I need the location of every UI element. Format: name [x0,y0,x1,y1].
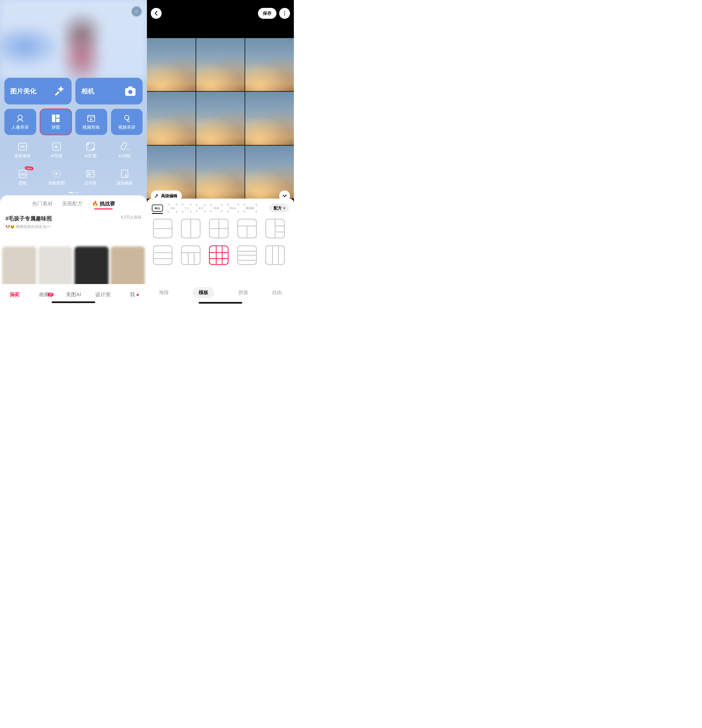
video-beauty-icon [122,114,131,123]
nav-studio[interactable]: 设计室 [88,291,117,298]
cutout-icon [51,169,62,179]
svg-point-18 [53,170,61,178]
topic-count: 5.2万人在玩 [121,215,142,220]
template-4h[interactable] [237,246,257,265]
hd-restore-button[interactable]: HD 画质修复 [6,142,39,159]
home-indicator [199,302,242,303]
challenge-topic[interactable]: #毛孩子专属趣味照 5.2万人在玩 🐶🐱晒晒我家的捣蛋鬼>> [0,207,147,229]
collage-canvas[interactable] [147,38,294,199]
topic-title: #毛孩子专属趣味照 [6,215,52,221]
save-label: 保存 [263,11,272,16]
id-photo-button[interactable]: 证件照 [74,169,107,186]
ai-portrait-button[interactable]: AI写真 [39,142,74,159]
collage-cell[interactable] [196,92,245,145]
template-panel: ALL 3:4 1:1 4:3 16:9 FULL MORE 配方 [147,199,294,305]
tab-hot[interactable]: 热门素材 [32,200,53,207]
ai-expand-icon: AI [85,142,96,152]
nav-me-dot [137,294,139,296]
nav-gallery-badge: 20 [48,293,53,296]
beautify-button[interactable]: 图片美化 [4,78,72,104]
mode-template[interactable]: 模板 [193,287,214,298]
collage-cell[interactable] [147,38,196,91]
chevron-right-icon [283,207,286,209]
ai-erase-button[interactable]: AI AI消除 [107,142,142,159]
template-2h[interactable] [153,219,172,238]
nav-me[interactable]: 我 [117,291,147,298]
collage-grid-3x3 [147,38,294,199]
ratio-3-4[interactable]: 3:4 [168,204,177,212]
svg-point-24 [284,14,285,16]
camera-icon [124,85,137,97]
mode-free[interactable]: 自由 [272,289,282,296]
wallpaper-icon: New [17,169,28,179]
mini-label: AI消除 [118,153,130,159]
profile-avatar[interactable] [132,7,142,16]
collage-cell[interactable] [196,38,245,91]
tab-recipe[interactable]: 美图配方 [62,200,83,207]
template-top-3bottom[interactable] [181,246,201,265]
template-3x3-selected[interactable] [209,246,228,265]
ratio-1-1[interactable]: 1:1 [182,204,191,212]
video-beauty-button[interactable]: 视频美容 [111,109,143,135]
svg-point-22 [284,11,285,12]
template-3h[interactable] [153,246,172,265]
template-2v[interactable] [181,219,201,238]
svg-rect-15 [121,142,127,150]
portrait-beauty-button[interactable]: 人像美容 [4,109,36,135]
template-2x2[interactable] [209,219,228,238]
svg-point-2 [128,90,132,94]
collage-editor: 保存 高级编辑 ALL 3:4 1:1 4:3 [147,0,294,305]
ratio-more[interactable]: MORE [244,204,257,212]
topic-subtitle: 晒晒我家的捣蛋鬼>> [16,224,51,229]
wallpaper-button[interactable]: New 壁纸 [6,169,39,186]
tool-label: 人像美容 [12,124,29,130]
mini-label: 智能抠图 [48,181,65,186]
video-edit-button[interactable]: 视频剪辑 [75,109,107,135]
nav-home[interactable]: 首页 [0,291,29,298]
ratio-16-9[interactable]: 16:9 [210,205,222,212]
svg-rect-3 [128,87,132,89]
nav-me-label: 我 [130,292,135,298]
more-button[interactable] [279,8,290,19]
template-grid [151,219,290,265]
nav-gallery[interactable]: 画廊 20 [29,291,59,298]
ai-portrait-icon [51,142,62,152]
ratio-full[interactable]: FULL [227,204,238,212]
save-button[interactable]: 保存 [258,8,276,19]
template-top-2bottom[interactable] [237,219,257,238]
mini-label: 证件照 [84,181,97,186]
id-photo-icon [85,169,96,179]
magic-wand-icon [154,194,159,198]
mini-label: AI写真 [51,153,62,159]
back-button[interactable] [151,8,162,19]
mode-row: 海报 模板 拼接 自由 [147,285,294,300]
chevron-left-icon [154,11,159,16]
cutout-button[interactable]: 智能抠图 [39,169,74,186]
mode-poster[interactable]: 海报 [159,289,169,296]
collage-cell[interactable] [147,92,196,145]
svg-text:AI: AI [92,148,94,150]
camera-button[interactable]: 相机 [75,78,143,104]
page-dots [69,192,78,193]
video-edit-icon [87,114,96,123]
nav-ai[interactable]: 美图AI [59,291,88,298]
content-sheet: 热门素材 美图配方 🔥挑战赛 #毛孩子专属趣味照 5.2万人在玩 🐶🐱晒晒我家的… [0,195,147,305]
collage-button[interactable]: 拼图 [40,109,72,135]
mode-stitch[interactable]: 拼接 [238,289,248,296]
ratio-all[interactable]: ALL [152,205,163,212]
poster-template-button[interactable]: 海报模板 [107,169,142,186]
advanced-label: 高级编辑 [161,194,178,199]
ai-expand-button[interactable]: AI AI扩图 [74,142,107,159]
ratio-4-3[interactable]: 4:3 [196,205,205,212]
recipe-button[interactable]: 配方 [269,204,289,213]
collage-cell[interactable] [196,146,245,199]
collage-cell[interactable] [245,92,294,145]
chevron-down-icon [282,194,287,198]
camera-label: 相机 [81,87,94,95]
face-icon [16,114,25,123]
tab-challenge[interactable]: 🔥挑战赛 [92,200,115,207]
template-left-3right[interactable] [265,219,285,238]
svg-point-20 [88,172,90,174]
collage-cell[interactable] [245,38,294,91]
template-3v[interactable] [265,246,285,265]
